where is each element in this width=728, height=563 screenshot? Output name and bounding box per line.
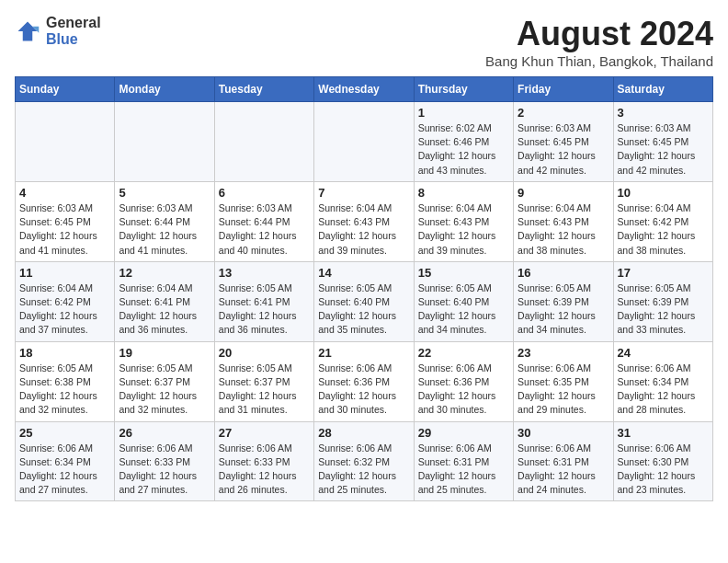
logo-blue-text: Blue: [46, 31, 101, 48]
calendar-cell: [115, 102, 214, 182]
calendar-cell: [314, 102, 414, 182]
calendar-cell: [16, 102, 115, 182]
day-number: 29: [418, 426, 509, 440]
day-info: Sunrise: 6:06 AM Sunset: 6:36 PM Dayligh…: [418, 362, 509, 418]
day-info: Sunrise: 6:06 AM Sunset: 6:31 PM Dayligh…: [418, 442, 509, 498]
month-year-title: August 2024: [485, 15, 713, 53]
calendar-cell: 10Sunrise: 6:04 AM Sunset: 6:42 PM Dayli…: [613, 181, 712, 261]
day-number: 2: [518, 106, 609, 120]
day-info: Sunrise: 6:03 AM Sunset: 6:45 PM Dayligh…: [518, 121, 609, 178]
calendar-cell: 7Sunrise: 6:04 AM Sunset: 6:43 PM Daylig…: [314, 181, 414, 261]
day-info: Sunrise: 6:03 AM Sunset: 6:45 PM Dayligh…: [618, 121, 709, 178]
calendar-cell: 9Sunrise: 6:04 AM Sunset: 6:43 PM Daylig…: [514, 181, 613, 261]
day-info: Sunrise: 6:05 AM Sunset: 6:39 PM Dayligh…: [518, 282, 609, 338]
calendar-cell: 2Sunrise: 6:03 AM Sunset: 6:45 PM Daylig…: [514, 102, 613, 182]
calendar-cell: 5Sunrise: 6:03 AM Sunset: 6:44 PM Daylig…: [115, 181, 214, 261]
day-number: 4: [19, 186, 110, 200]
calendar-cell: 11Sunrise: 6:04 AM Sunset: 6:42 PM Dayli…: [16, 261, 115, 341]
day-info: Sunrise: 6:05 AM Sunset: 6:40 PM Dayligh…: [418, 282, 509, 338]
day-number: 10: [618, 186, 709, 200]
day-number: 1: [418, 106, 509, 120]
day-number: 27: [219, 426, 310, 440]
day-info: Sunrise: 6:06 AM Sunset: 6:33 PM Dayligh…: [219, 442, 310, 498]
calendar-week-row: 18Sunrise: 6:05 AM Sunset: 6:38 PM Dayli…: [16, 341, 713, 421]
title-block: August 2024 Bang Khun Thian, Bangkok, Th…: [485, 15, 713, 69]
weekday-header: Tuesday: [214, 77, 313, 102]
day-number: 5: [119, 186, 210, 200]
day-info: Sunrise: 6:05 AM Sunset: 6:41 PM Dayligh…: [219, 282, 310, 338]
calendar-cell: 27Sunrise: 6:06 AM Sunset: 6:33 PM Dayli…: [214, 421, 313, 501]
day-number: 24: [618, 346, 709, 360]
day-info: Sunrise: 6:06 AM Sunset: 6:34 PM Dayligh…: [19, 442, 110, 498]
day-info: Sunrise: 6:03 AM Sunset: 6:44 PM Dayligh…: [219, 201, 310, 258]
calendar-cell: 18Sunrise: 6:05 AM Sunset: 6:38 PM Dayli…: [16, 341, 115, 421]
day-number: 16: [518, 266, 609, 280]
location-subtitle: Bang Khun Thian, Bangkok, Thailand: [485, 53, 713, 69]
calendar-cell: 4Sunrise: 6:03 AM Sunset: 6:45 PM Daylig…: [16, 181, 115, 261]
day-number: 8: [418, 186, 509, 200]
calendar-cell: 25Sunrise: 6:06 AM Sunset: 6:34 PM Dayli…: [16, 421, 115, 501]
day-info: Sunrise: 6:06 AM Sunset: 6:34 PM Dayligh…: [618, 362, 709, 418]
day-info: Sunrise: 6:05 AM Sunset: 6:40 PM Dayligh…: [318, 282, 409, 338]
day-info: Sunrise: 6:04 AM Sunset: 6:42 PM Dayligh…: [618, 201, 709, 258]
day-info: Sunrise: 6:04 AM Sunset: 6:41 PM Dayligh…: [119, 282, 210, 338]
calendar-cell: 8Sunrise: 6:04 AM Sunset: 6:43 PM Daylig…: [414, 181, 513, 261]
calendar-cell: 21Sunrise: 6:06 AM Sunset: 6:36 PM Dayli…: [314, 341, 414, 421]
day-number: 26: [119, 426, 210, 440]
day-number: 22: [418, 346, 509, 360]
calendar-cell: 19Sunrise: 6:05 AM Sunset: 6:37 PM Dayli…: [115, 341, 214, 421]
calendar-cell: 13Sunrise: 6:05 AM Sunset: 6:41 PM Dayli…: [214, 261, 313, 341]
calendar-cell: 12Sunrise: 6:04 AM Sunset: 6:41 PM Dayli…: [115, 261, 214, 341]
logo-general-text: General: [46, 15, 101, 31]
calendar-cell: 16Sunrise: 6:05 AM Sunset: 6:39 PM Dayli…: [514, 261, 613, 341]
day-number: 31: [618, 426, 709, 440]
calendar-cell: 14Sunrise: 6:05 AM Sunset: 6:40 PM Dayli…: [314, 261, 414, 341]
calendar-cell: 3Sunrise: 6:03 AM Sunset: 6:45 PM Daylig…: [613, 102, 712, 182]
calendar-cell: 1Sunrise: 6:02 AM Sunset: 6:46 PM Daylig…: [414, 102, 513, 182]
calendar-cell: 31Sunrise: 6:06 AM Sunset: 6:30 PM Dayli…: [613, 421, 712, 501]
calendar-table: SundayMondayTuesdayWednesdayThursdayFrid…: [15, 76, 713, 501]
weekday-header: Friday: [514, 77, 613, 102]
weekday-header: Monday: [115, 77, 214, 102]
calendar-cell: 30Sunrise: 6:06 AM Sunset: 6:31 PM Dayli…: [514, 421, 613, 501]
logo-icon: [15, 18, 40, 44]
day-number: 19: [119, 346, 210, 360]
day-number: 13: [219, 266, 310, 280]
day-info: Sunrise: 6:05 AM Sunset: 6:39 PM Dayligh…: [618, 282, 709, 338]
calendar-cell: 24Sunrise: 6:06 AM Sunset: 6:34 PM Dayli…: [613, 341, 712, 421]
day-number: 6: [219, 186, 310, 200]
day-number: 23: [518, 346, 609, 360]
calendar-cell: 22Sunrise: 6:06 AM Sunset: 6:36 PM Dayli…: [414, 341, 513, 421]
weekday-header: Thursday: [414, 77, 513, 102]
calendar-week-row: 1Sunrise: 6:02 AM Sunset: 6:46 PM Daylig…: [16, 102, 713, 182]
calendar-cell: 29Sunrise: 6:06 AM Sunset: 6:31 PM Dayli…: [414, 421, 513, 501]
day-number: 20: [219, 346, 310, 360]
calendar-cell: 6Sunrise: 6:03 AM Sunset: 6:44 PM Daylig…: [214, 181, 313, 261]
day-info: Sunrise: 6:05 AM Sunset: 6:37 PM Dayligh…: [219, 362, 310, 418]
calendar-cell: 15Sunrise: 6:05 AM Sunset: 6:40 PM Dayli…: [414, 261, 513, 341]
day-number: 7: [318, 186, 409, 200]
calendar-cell: 20Sunrise: 6:05 AM Sunset: 6:37 PM Dayli…: [214, 341, 313, 421]
logo: General Blue: [15, 15, 101, 47]
weekday-header: Sunday: [16, 77, 115, 102]
day-number: 12: [119, 266, 210, 280]
day-number: 3: [618, 106, 709, 120]
day-info: Sunrise: 6:03 AM Sunset: 6:45 PM Dayligh…: [19, 201, 110, 258]
day-number: 9: [518, 186, 609, 200]
day-info: Sunrise: 6:04 AM Sunset: 6:43 PM Dayligh…: [318, 201, 409, 258]
svg-marker-0: [18, 21, 38, 40]
weekday-header: Wednesday: [314, 77, 414, 102]
calendar-cell: 28Sunrise: 6:06 AM Sunset: 6:32 PM Dayli…: [314, 421, 414, 501]
page-header: General Blue August 2024 Bang Khun Thian…: [15, 15, 713, 69]
calendar-week-row: 25Sunrise: 6:06 AM Sunset: 6:34 PM Dayli…: [16, 421, 713, 501]
day-info: Sunrise: 6:03 AM Sunset: 6:44 PM Dayligh…: [119, 201, 210, 258]
day-info: Sunrise: 6:04 AM Sunset: 6:43 PM Dayligh…: [418, 201, 509, 258]
day-info: Sunrise: 6:05 AM Sunset: 6:37 PM Dayligh…: [119, 362, 210, 418]
calendar-cell: 17Sunrise: 6:05 AM Sunset: 6:39 PM Dayli…: [613, 261, 712, 341]
day-info: Sunrise: 6:05 AM Sunset: 6:38 PM Dayligh…: [19, 362, 110, 418]
day-number: 28: [318, 426, 409, 440]
calendar-cell: [214, 102, 313, 182]
day-info: Sunrise: 6:06 AM Sunset: 6:33 PM Dayligh…: [119, 442, 210, 498]
day-info: Sunrise: 6:04 AM Sunset: 6:42 PM Dayligh…: [19, 282, 110, 338]
day-number: 15: [418, 266, 509, 280]
